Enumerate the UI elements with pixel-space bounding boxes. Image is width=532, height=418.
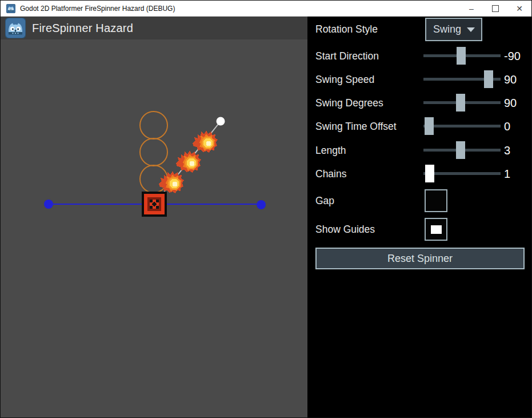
close-button[interactable]: ✕: [507, 1, 531, 16]
chains-row: Chains 1: [307, 162, 532, 185]
minimize-icon: –: [469, 4, 474, 13]
start-direction-value: -90: [504, 45, 521, 67]
start-direction-row: Start Direction -90: [307, 45, 532, 67]
slider-grabber[interactable]: [456, 94, 465, 112]
rotation-style-value: Swing: [433, 23, 461, 35]
length-row: Length 3: [307, 139, 532, 162]
slider-grabber[interactable]: [425, 117, 434, 135]
swing-time-offset-value: 0: [504, 115, 510, 138]
godot-logo-icon: [5, 18, 26, 38]
swing-speed-label: Swing Speed: [315, 68, 374, 91]
swing-speed-value: 90: [504, 68, 517, 91]
flame-sprite-2: [176, 150, 201, 173]
rotation-style-label: Rotation Style: [315, 18, 378, 41]
window-controls: – ✕: [459, 1, 531, 16]
slider-grabber[interactable]: [457, 47, 466, 65]
game-viewport: FireSpinner Hazard: [1, 17, 307, 418]
gap-row: Gap: [307, 189, 532, 212]
slider-grabber[interactable]: [484, 70, 493, 88]
chains-value: 1: [504, 162, 510, 185]
game-title: FireSpinner Hazard: [32, 22, 133, 35]
start-direction-slider[interactable]: [423, 54, 501, 57]
swing-degrees-slider[interactable]: [423, 101, 501, 104]
rotation-style-row: Rotation Style Swing: [307, 18, 532, 41]
checkmark-icon: [431, 225, 442, 234]
chains-slider[interactable]: [423, 172, 501, 175]
spinner-scene: [1, 39, 307, 418]
start-direction-label: Start Direction: [315, 45, 379, 67]
window-title: Godot 2D Platformer FireSpinner Hazard (…: [20, 5, 175, 13]
swing-degrees-row: Swing Degrees 90: [307, 91, 532, 114]
app-window: Godot 2D Platformer FireSpinner Hazard (…: [0, 0, 532, 418]
swing-time-offset-row: Swing Time Offset 0: [307, 115, 532, 138]
slider-grabber[interactable]: [425, 165, 434, 182]
chains-label: Chains: [315, 162, 346, 185]
window-titlebar: Godot 2D Platformer FireSpinner Hazard (…: [1, 1, 531, 17]
length-value: 3: [504, 139, 510, 162]
show-guides-label: Show Guides: [315, 218, 375, 241]
maximize-icon: [492, 5, 499, 12]
show-guides-row: Show Guides: [307, 218, 532, 241]
swing-speed-slider[interactable]: [423, 78, 501, 81]
length-label: Length: [315, 139, 346, 162]
close-icon: ✕: [516, 4, 523, 13]
length-slider[interactable]: [423, 149, 501, 152]
game-header: FireSpinner Hazard: [1, 17, 307, 39]
swing-degrees-value: 90: [504, 91, 517, 114]
control-panel: Rotation Style Swing Start Direction -90…: [307, 17, 532, 418]
gap-label: Gap: [315, 189, 334, 212]
swing-degrees-label: Swing Degrees: [315, 91, 383, 114]
chevron-down-icon: [467, 27, 475, 32]
godot-app-icon: [6, 4, 15, 13]
reset-spinner-button[interactable]: Reset Spinner: [315, 248, 525, 269]
flame-sprite-3: [193, 130, 218, 153]
maximize-button[interactable]: [483, 1, 507, 16]
slider-grabber[interactable]: [456, 141, 465, 159]
minimize-button[interactable]: –: [459, 1, 483, 16]
swing-time-offset-slider[interactable]: [423, 125, 501, 128]
swing-speed-row: Swing Speed 90: [307, 68, 532, 91]
swing-time-offset-label: Swing Time Offset: [315, 115, 397, 138]
rotation-style-dropdown[interactable]: Swing: [425, 18, 482, 41]
show-guides-checkbox[interactable]: [425, 218, 447, 241]
gap-checkbox[interactable]: [425, 189, 447, 212]
spinner-hub: [142, 192, 167, 217]
